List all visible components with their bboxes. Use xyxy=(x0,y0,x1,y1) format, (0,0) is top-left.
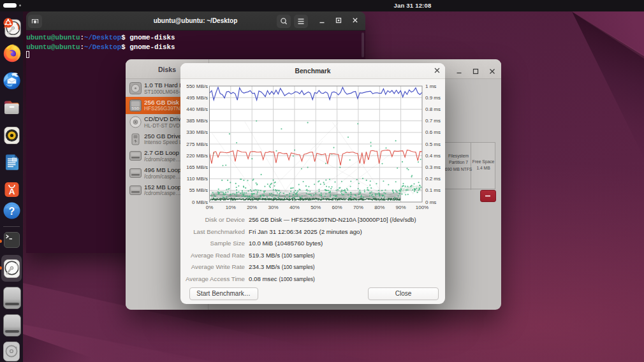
svg-text:SSD: SSD xyxy=(131,106,140,110)
svg-text:?: ? xyxy=(9,205,15,216)
svg-text:A: A xyxy=(9,187,15,196)
